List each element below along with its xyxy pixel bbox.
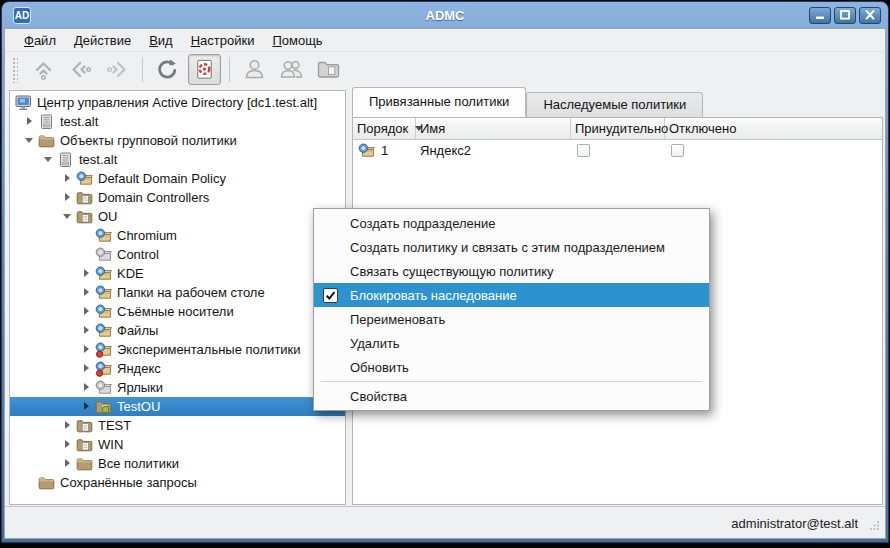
titlebar[interactable]: AD ADMC (4, 2, 886, 28)
check-policies-button[interactable] (188, 54, 221, 85)
expand-arrow-icon[interactable] (81, 264, 94, 283)
expand-arrow-icon[interactable] (81, 302, 94, 321)
close-button[interactable] (859, 7, 881, 24)
tree-item[interactable]: Папки на рабочем столе (10, 283, 345, 302)
context-menu-item[interactable]: Блокировать наследование (314, 283, 709, 307)
tree-item[interactable]: TestOU (10, 397, 345, 416)
policy-folder-button[interactable] (312, 54, 345, 85)
ou-blocked-icon (95, 399, 112, 415)
gpo-icon (95, 323, 112, 339)
users-button[interactable] (275, 54, 308, 85)
tree-item[interactable]: Chromium (10, 226, 345, 245)
tree-item[interactable]: Съёмные носители (10, 302, 345, 321)
refresh-button[interactable] (151, 54, 184, 85)
ou-icon (76, 190, 93, 206)
context-menu-item[interactable]: Связать существующую политику (314, 259, 709, 283)
ad-tree-panel: Центр управления Active Directory [dc1.t… (9, 90, 346, 505)
tree-item[interactable]: test.alt (10, 150, 345, 169)
tree-item[interactable]: Файлы (10, 321, 345, 340)
context-menu-item[interactable]: Создать подразделение (314, 211, 709, 235)
maximize-button[interactable] (834, 7, 856, 24)
expand-arrow-icon[interactable] (81, 283, 94, 302)
tree-item[interactable]: Domain Controllers (10, 188, 345, 207)
context-menu-item[interactable]: Удалить (314, 331, 709, 355)
column-header[interactable]: Имя (416, 118, 571, 139)
folder-icon (76, 456, 93, 472)
tree-item[interactable]: Яндекс (10, 359, 345, 378)
context-menu-item-label: Переименовать (350, 312, 445, 327)
tree-item-label: Ярлыки (117, 380, 163, 395)
context-menu-item[interactable]: Обновить (314, 355, 709, 379)
disabled-checkbox[interactable] (671, 144, 684, 157)
tree-item[interactable]: WIN (10, 435, 345, 454)
go-back-button[interactable] (64, 54, 97, 85)
tree-item-label: Файлы (117, 323, 158, 338)
expand-arrow-icon[interactable] (24, 112, 37, 131)
tree-item[interactable]: Сохранённые запросы (10, 473, 345, 492)
gpo-icon (358, 143, 375, 159)
collapse-arrow-icon[interactable] (43, 150, 56, 169)
tree-item[interactable]: Все политики (10, 454, 345, 473)
column-header[interactable]: Порядок (353, 118, 416, 139)
tree-item[interactable]: KDE (10, 264, 345, 283)
tree-item[interactable]: test.alt (10, 112, 345, 131)
statusbar: administrator@test.alt (5, 506, 885, 539)
expand-arrow-icon[interactable] (81, 397, 94, 416)
policy-table-header: ПорядокИмяПринудительноОтключено (353, 118, 882, 140)
tree-item[interactable]: Центр управления Active Directory [dc1.t… (10, 93, 345, 112)
tab-linked-policies[interactable]: Привязанные политики (352, 87, 526, 117)
tree-item[interactable]: OU (10, 207, 345, 226)
tab-inherited-policies[interactable]: Наследуемые политики (526, 92, 703, 117)
expand-arrow-icon[interactable] (81, 340, 94, 359)
context-menu-item-label: Создать подразделение (350, 216, 495, 231)
tree-item[interactable]: Объекты групповой политики (10, 131, 345, 150)
minimize-button[interactable] (809, 7, 831, 24)
expander-slot (24, 473, 37, 492)
tree-item[interactable]: Экспериментальные политики (10, 340, 345, 359)
user-button[interactable] (238, 54, 271, 85)
resize-grip-icon[interactable] (869, 519, 880, 534)
context-menu-item[interactable]: Переименовать (314, 307, 709, 331)
context-menu-item-label: Связать существующую политику (350, 264, 554, 279)
gpo-icon (76, 171, 93, 187)
domain-icon (38, 114, 55, 130)
domain-icon (57, 152, 74, 168)
expand-arrow-icon[interactable] (62, 188, 75, 207)
expand-arrow-icon[interactable] (62, 416, 75, 435)
tree-item[interactable]: Control (10, 245, 345, 264)
expand-arrow-icon[interactable] (62, 435, 75, 454)
refresh-icon (154, 56, 181, 83)
toolbar-drag-handle[interactable] (12, 57, 18, 83)
expand-arrow-icon[interactable] (81, 359, 94, 378)
expand-arrow-icon[interactable] (81, 321, 94, 340)
context-menu-item-label: Создать политику и связать с этим подраз… (350, 240, 665, 255)
menu-помощь[interactable]: Помощь (263, 30, 331, 51)
menu-действие[interactable]: Действие (65, 30, 140, 51)
go-up-button[interactable] (27, 54, 60, 85)
menu-вид[interactable]: Вид (140, 30, 182, 51)
menu-настройки[interactable]: Настройки (182, 30, 264, 51)
gpo-icon (95, 266, 112, 282)
context-menu-item[interactable]: Создать политику и связать с этим подраз… (314, 235, 709, 259)
column-label: Порядок (357, 121, 408, 136)
context-menu-item[interactable]: Свойства (314, 384, 709, 408)
tree-item-label: TestOU (117, 399, 160, 414)
tree-item-label: test.alt (60, 114, 98, 129)
context-menu-item-label: Свойства (350, 389, 407, 404)
arrow-back-icon (67, 56, 94, 83)
tree-item[interactable]: TEST (10, 416, 345, 435)
tree-item[interactable]: Ярлыки (10, 378, 345, 397)
policy-row[interactable]: 1Яндекс2 (353, 140, 882, 161)
collapse-arrow-icon[interactable] (62, 207, 75, 226)
tree-item[interactable]: Default Domain Policy (10, 169, 345, 188)
expand-arrow-icon[interactable] (62, 454, 75, 473)
column-header[interactable]: Отключено (665, 118, 882, 139)
go-forward-button[interactable] (101, 54, 134, 85)
column-header[interactable]: Принудительно (571, 118, 665, 139)
menu-файл[interactable]: Файл (15, 30, 65, 51)
expand-arrow-icon[interactable] (81, 378, 94, 397)
expand-arrow-icon[interactable] (62, 169, 75, 188)
collapse-arrow-icon[interactable] (24, 131, 37, 150)
enforced-checkbox[interactable] (577, 144, 590, 157)
policy-check-icon (192, 57, 217, 82)
